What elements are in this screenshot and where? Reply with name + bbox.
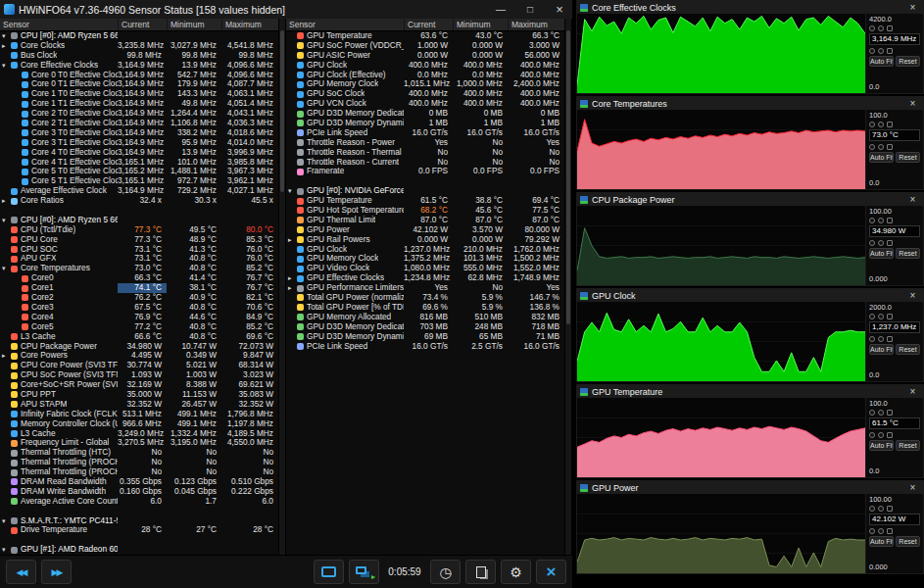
minimum-value[interactable]: 95.9 MHz [167, 138, 221, 148]
current-value[interactable]: 3,164.9 MHz [118, 71, 167, 80]
radio-icon[interactable] [878, 432, 884, 438]
current-value[interactable]: 99.8 MHz [118, 51, 167, 61]
maximum-value[interactable]: 79.292 W [508, 235, 564, 245]
auto-fit-button[interactable]: Auto Fit [869, 248, 894, 259]
current-value[interactable]: 16.0 GT/s [404, 128, 453, 138]
minimum-value[interactable]: 499.1 MHz [167, 410, 221, 419]
maximum-value[interactable]: No [221, 448, 278, 458]
minimum-value[interactable]: No [167, 448, 221, 458]
current-value[interactable]: 513.1 MHz [118, 410, 167, 419]
current-value[interactable]: 73.1 °C [118, 254, 167, 264]
maximum-value[interactable]: 3.000 W [508, 41, 564, 51]
reset-button[interactable]: Reset [896, 440, 920, 451]
minimum-value[interactable]: No [453, 158, 508, 168]
radio-icon[interactable] [878, 410, 884, 416]
sensor-label-cell[interactable]: Core2 [0, 293, 118, 303]
minimum-value[interactable]: 87.0 °C [453, 216, 508, 225]
maximum-value[interactable]: 87.0 °C [508, 216, 564, 225]
sensor-label-cell[interactable]: GPU VCN Clock [286, 99, 404, 109]
minimum-value[interactable]: 499.1 MHz [167, 419, 221, 429]
sensor-label-cell[interactable]: Average Effective Clock [0, 186, 118, 196]
maximum-value[interactable]: 80.000 W [508, 225, 564, 235]
maximum-value[interactable]: 69.6 °C [221, 332, 278, 342]
minimum-value[interactable]: 0.000 W [453, 235, 508, 245]
current-value[interactable]: 3,164.9 MHz [118, 186, 167, 196]
scrollbar-thumb[interactable] [566, 30, 570, 324]
current-value[interactable]: 68.2 °C [404, 206, 453, 216]
sensor-label-cell[interactable]: GPU ASIC Power [286, 51, 404, 61]
current-value[interactable]: 66.3 °C [118, 273, 167, 283]
maximum-value[interactable] [221, 216, 278, 225]
current-value[interactable]: 1.093 W [118, 370, 167, 380]
minimum-value[interactable]: 16.0 GT/s [453, 128, 508, 138]
current-value[interactable]: 1,234.8 MHz [404, 273, 453, 283]
minimum-value[interactable]: No [167, 458, 221, 467]
maximum-value[interactable]: 35.083 W [221, 390, 278, 400]
maximum-value[interactable]: 3,967.3 MHz [221, 167, 278, 176]
current-value[interactable] [404, 186, 453, 196]
minimum-value[interactable]: 1,000.0 MHz [453, 79, 508, 89]
column-minimum[interactable]: Minimum [453, 19, 508, 30]
current-value[interactable]: No [118, 448, 167, 458]
sensor-label-cell[interactable]: Core3 [0, 303, 118, 313]
current-value[interactable] [118, 516, 167, 526]
auto-fit-button[interactable]: Auto Fit [869, 152, 894, 163]
maximum-value[interactable]: 0.0 FPS [508, 167, 564, 176]
minimum-value[interactable]: 400.0 MHz [453, 99, 508, 109]
minimum-value[interactable]: No [453, 138, 508, 148]
radio-icon[interactable] [869, 528, 875, 534]
sensor-label-cell[interactable]: CPU Core [0, 235, 118, 245]
maximum-value[interactable]: 71 MB [508, 332, 564, 342]
minimum-value[interactable]: 972.7 MHz [167, 176, 221, 186]
current-value[interactable]: 966.6 MHz [118, 419, 167, 429]
maximum-value[interactable]: 3,985.8 MHz [221, 158, 278, 168]
sensor-label-cell[interactable]: L3 Cache [0, 332, 118, 342]
radio-icon[interactable] [869, 410, 875, 416]
sensor-label-cell[interactable]: CPU Package Power [0, 342, 118, 352]
minimum-value[interactable]: 1.003 W [167, 370, 221, 380]
sensor-label-cell[interactable]: Average Active Core Count [0, 497, 118, 507]
graph-title-bar[interactable]: GPU Power× [577, 481, 923, 494]
sensor-label-cell[interactable]: GPU Temperature [286, 196, 404, 206]
minimum-value[interactable]: 11.153 W [167, 390, 221, 400]
maximum-value[interactable]: 56.000 W [508, 51, 564, 61]
radio-icon[interactable] [869, 240, 875, 246]
minimum-value[interactable]: 62.8 MHz [453, 273, 508, 283]
reset-button[interactable]: Reset [896, 248, 920, 259]
current-value[interactable]: 3,270.5 MHz [118, 438, 167, 448]
minimum-value[interactable]: 1.7 [167, 497, 221, 507]
current-value[interactable]: 3,164.9 MHz [118, 89, 167, 99]
sensor-label-cell[interactable]: GPU Clock [286, 61, 404, 71]
sensor-label-cell[interactable]: Core0 [0, 273, 118, 283]
current-value[interactable]: 77.3 °C [118, 225, 167, 235]
checkbox-icon[interactable] [887, 48, 893, 54]
minimum-value[interactable]: 40.8 °C [167, 303, 221, 313]
sensor-label-cell[interactable]: APU STAPM [0, 400, 118, 410]
expand-arrow[interactable]: ▸ [288, 283, 297, 293]
maximum-value[interactable]: 85.2 °C [221, 322, 278, 332]
sensor-label-cell[interactable]: Core 4 T1 Effective Clock [0, 158, 118, 168]
sensor-label-cell[interactable]: GPU Clock [286, 245, 404, 255]
sensor-label-cell[interactable]: Core 5 T0 Effective Clock [0, 167, 118, 176]
maximum-value[interactable]: 80.0 °C [221, 225, 278, 235]
current-value[interactable]: No [404, 148, 453, 158]
current-value[interactable]: 66.6 °C [118, 332, 167, 342]
sensor-label-cell[interactable]: Core1 [0, 283, 118, 293]
reset-button[interactable]: Reset [896, 344, 920, 355]
sensor-label-cell[interactable]: Core 4 T0 Effective Clock [0, 148, 118, 158]
maximum-value[interactable]: 718 MB [508, 322, 564, 332]
graph-title-bar[interactable]: Core Temperatures× [577, 97, 923, 110]
expand-arrow[interactable]: ▸ [288, 235, 297, 245]
radio-icon[interactable] [869, 25, 875, 31]
current-value[interactable] [118, 31, 167, 41]
checkbox-icon[interactable] [887, 528, 893, 534]
sensor-label-cell[interactable]: Throttle Reason - Current [286, 158, 404, 168]
maximum-value[interactable]: 72.073 W [221, 342, 278, 352]
minimum-value[interactable]: 1,332.4 MHz [167, 429, 221, 439]
minimum-value[interactable]: 555.0 MHz [453, 264, 508, 273]
current-value[interactable]: No [118, 458, 167, 467]
checkbox-icon[interactable] [887, 25, 893, 31]
maximum-value[interactable]: 4,051.4 MHz [221, 99, 278, 109]
minimum-value[interactable]: 5.9 % [453, 293, 508, 303]
maximum-value[interactable]: 4,036.3 MHz [221, 119, 278, 128]
